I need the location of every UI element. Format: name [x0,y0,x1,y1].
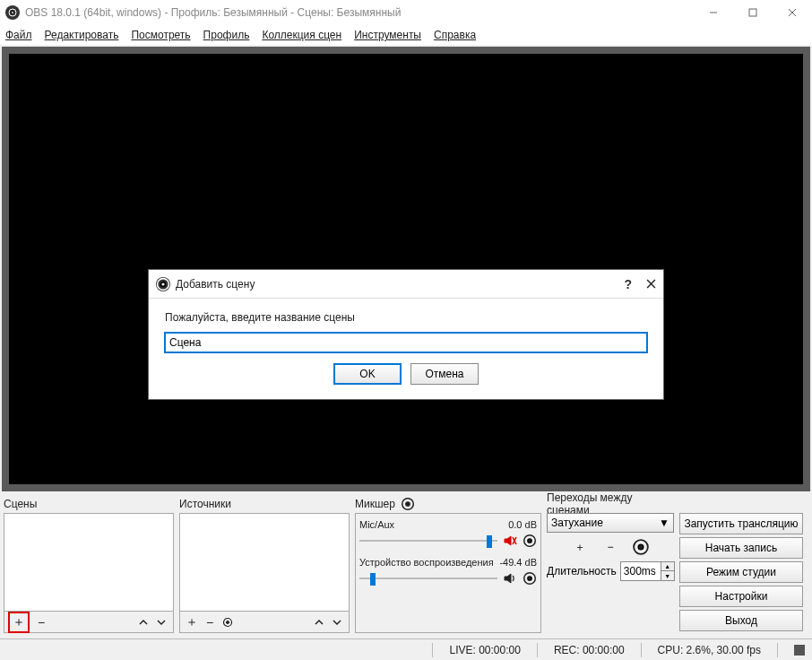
add-source-button[interactable]: ＋ [184,614,200,630]
scenes-title: Сцены [4,495,174,513]
close-button[interactable] [773,0,812,25]
maximize-button[interactable] [733,0,773,25]
svg-point-9 [406,502,410,507]
svg-point-19 [161,282,166,286]
studio-mode-button[interactable]: Режим студии [679,561,803,583]
start-stream-button[interactable]: Запустить трансляцию [679,513,803,534]
window-title: OBS 18.0.1 (64bit, windows) - Профиль: Б… [25,6,401,19]
dialog-titlebar: Добавить сцену ? [149,270,663,299]
scene-name-input[interactable] [165,333,647,352]
spin-up-icon[interactable]: ▲ [661,562,674,571]
add-scene-highlight: ＋ [8,612,30,633]
mixer-volume-slider-mic[interactable] [359,535,497,546]
mixer-body: Mic/Aux 0.0 dB Устройство воспроизведени… [355,513,541,633]
remove-scene-button[interactable]: − [33,614,49,630]
menu-scene-collection[interactable]: Коллекция сцен [262,29,341,41]
mixer-gear-icon[interactable] [401,497,415,511]
scenes-list[interactable] [4,513,174,612]
svg-point-7 [227,621,229,623]
transitions-title: Переходы между сценами [547,495,674,513]
dialog-prompt: Пожалуйста, введите название сцены [165,311,647,324]
duration-spinner[interactable]: ▲ ▼ [620,561,675,581]
mixer-track-db: 0.0 dB [508,519,537,530]
mute-icon[interactable] [503,534,517,548]
chevron-down-icon: ▼ [659,517,669,529]
menu-profile[interactable]: Профиль [203,29,250,41]
app-icon [5,5,20,20]
dialog-title: Добавить сцену [176,278,255,291]
dialog-help-button[interactable]: ? [624,277,632,291]
remove-transition-button[interactable]: − [601,538,619,556]
titlebar: OBS 18.0.1 (64bit, windows) - Профиль: Б… [0,0,812,25]
menu-help[interactable]: Справка [434,29,476,41]
source-props-button[interactable] [220,614,236,630]
svg-point-15 [528,577,532,581]
menu-tools[interactable]: Инструменты [354,29,421,41]
svg-point-13 [528,539,532,543]
mixer-track-gear-icon[interactable] [523,534,537,548]
sources-panel: Источники ＋ − [179,495,350,633]
mixer-track-gear-icon[interactable] [523,571,537,586]
start-record-button[interactable]: Начать запись [679,537,803,559]
exit-button[interactable]: Выход [679,610,803,631]
menu-view[interactable]: Посмотреть [131,29,190,41]
settings-button[interactable]: Настройки [679,586,803,607]
speaker-icon[interactable] [503,571,517,586]
source-down-button[interactable] [329,614,345,630]
mixer-title-label: Микшер [355,498,395,510]
mixer-track-db: -49.4 dB [499,557,537,568]
svg-point-1 [12,12,14,14]
dialog-cancel-button[interactable]: Отмена [410,363,479,385]
spin-down-icon[interactable]: ▼ [661,571,674,580]
minimize-button[interactable] [694,0,733,25]
add-scene-dialog: Добавить сцену ? Пожалуйста, введите наз… [148,269,664,400]
add-transition-button[interactable]: ＋ [571,538,589,556]
sources-list[interactable] [179,513,350,612]
svg-rect-3 [749,9,756,16]
scenes-toolbar: ＋ − [4,612,174,633]
status-bar: LIVE: 00:00:00 REC: 00:00:00 CPU: 2.6%, … [0,638,812,660]
transition-selected: Затухание [551,517,603,529]
transition-combo[interactable]: Затухание ▼ [547,513,674,533]
duration-label: Длительность [547,565,617,578]
sources-title: Источники [179,495,350,513]
scene-up-button[interactable] [135,614,151,630]
status-live: LIVE: 00:00:00 [449,644,520,656]
mixer-volume-slider-playback[interactable] [359,573,497,584]
mixer-track-name: Устройство воспроизведения [359,557,494,568]
duration-input[interactable] [621,565,661,578]
status-indicator-icon [794,645,805,656]
sources-toolbar: ＋ − [179,612,350,633]
dialog-app-icon [156,277,170,291]
scenes-panel: Сцены ＋ − [4,495,174,633]
controls-panel: Запустить трансляцию Начать запись Режим… [679,495,803,633]
transitions-panel: Переходы между сценами Затухание ▼ ＋ − Д… [547,495,674,633]
mixer-track-name: Mic/Aux [359,519,394,530]
remove-source-button[interactable]: − [202,614,218,630]
status-cpu: CPU: 2.6%, 30.00 fps [658,644,761,656]
add-scene-button[interactable]: ＋ [11,614,27,630]
transition-gear-icon[interactable] [632,538,650,556]
status-rec: REC: 00:00:00 [554,644,625,656]
svg-point-17 [638,544,644,550]
menubar: Файл Редактировать Посмотреть Профиль Ко… [0,25,812,45]
dialog-ok-button[interactable]: OK [333,363,402,385]
menu-edit[interactable]: Редактировать [45,29,119,41]
menu-file[interactable]: Файл [5,29,32,41]
source-up-button[interactable] [311,614,327,630]
mixer-panel: Микшер Mic/Aux 0.0 dB Устройство [355,495,541,633]
dialog-close-button[interactable] [646,277,656,291]
scene-down-button[interactable] [153,614,169,630]
mixer-title: Микшер [355,495,541,513]
